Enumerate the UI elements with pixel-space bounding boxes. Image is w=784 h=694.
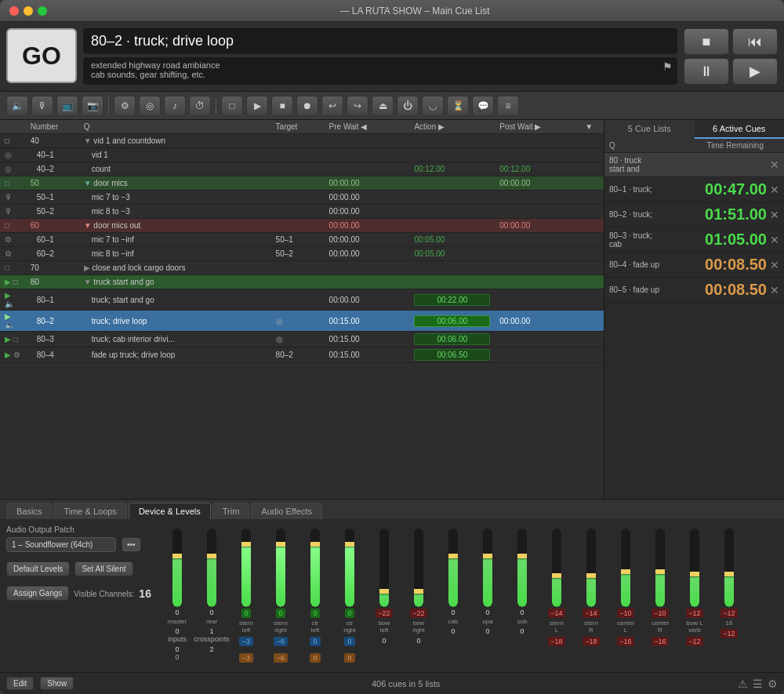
fader-fill xyxy=(621,572,630,607)
fader-track[interactable] xyxy=(310,529,320,607)
fader-label: centerL xyxy=(617,620,634,634)
table-row[interactable]: ▶ ⚙ 80–4 fade up truck; drive loop 80–2 … xyxy=(0,347,604,363)
tab-device-levels[interactable]: Device & Levels xyxy=(129,503,211,519)
fader-fill xyxy=(655,572,665,607)
toolbar-menu-btn[interactable]: ≡ xyxy=(497,96,519,116)
pause-button[interactable]: ⏸ xyxy=(684,58,729,85)
tab-basics[interactable]: Basics xyxy=(6,503,52,519)
fader-bow-right: −22 bowright 0 xyxy=(403,529,434,663)
active-cue-close-btn[interactable]: ✕ xyxy=(770,259,779,271)
active-cue-close-btn[interactable]: ✕ xyxy=(770,183,779,196)
table-row[interactable]: ▶ 🔈 80–2 truck; drive loop ◎ 00:15.00 00… xyxy=(0,311,604,332)
toolbar-play-btn[interactable]: ▶ xyxy=(246,96,268,116)
toolbar-rec-btn[interactable]: ⏺ xyxy=(296,96,318,116)
active-cue-time: 00:08.50 xyxy=(667,281,767,299)
table-row[interactable]: ▶ 🔈 80–1 truck; start and go 00:00.00 00… xyxy=(0,289,604,311)
active-cue-item: 80 · truckstart and ✕ xyxy=(604,153,784,177)
fader-track[interactable] xyxy=(379,529,389,607)
row-target: 50–2 xyxy=(271,247,325,261)
table-row[interactable]: ⚙ 60–1 mic 7 to −inf 50–1 00:00.00 00:05… xyxy=(0,233,604,247)
tab-trim[interactable]: Trim xyxy=(212,503,250,519)
fader-track[interactable] xyxy=(586,529,596,607)
fader-track[interactable] xyxy=(207,529,216,607)
show-button[interactable]: Show xyxy=(40,677,74,690)
fader-track[interactable] xyxy=(276,529,285,607)
row-action xyxy=(409,134,495,148)
toolbar-gear-btn[interactable]: ⚙ xyxy=(114,96,136,116)
fader-track[interactable] xyxy=(621,529,630,607)
table-row[interactable]: □ 60 ▼ door mics out 00:00.00 00:00.00 xyxy=(0,219,604,233)
edit-button[interactable]: Edit xyxy=(6,677,34,690)
default-levels-button[interactable]: Default Levels xyxy=(6,561,70,576)
tab-time-loops[interactable]: Time & Loops xyxy=(53,503,126,519)
set-all-silent-button[interactable]: Set All Silent xyxy=(74,561,132,576)
toolbar-camera-btn[interactable]: 📷 xyxy=(82,96,103,116)
fader-sub-value: 0 xyxy=(520,627,524,635)
fader-row2-value: 0 xyxy=(310,653,320,663)
close-button[interactable] xyxy=(9,6,19,16)
active-cue-close-btn[interactable]: ✕ xyxy=(770,284,779,296)
dots-button[interactable]: ••• xyxy=(122,538,140,551)
assign-gangs-button[interactable]: Assign Gangs xyxy=(6,586,69,601)
toolbar-speaker-btn[interactable]: 🔈 xyxy=(6,96,28,116)
fader-track[interactable] xyxy=(345,529,354,607)
row-target xyxy=(271,176,325,191)
table-row[interactable]: ⚙ 60–2 mic 8 to −inf 50–2 00:00.00 00:05… xyxy=(0,247,604,261)
toolbar-circle-btn[interactable]: ◎ xyxy=(139,96,161,116)
fader-track[interactable] xyxy=(414,529,423,607)
zoom-button[interactable] xyxy=(38,6,47,16)
stop-button[interactable]: ■ xyxy=(684,28,729,55)
audio-output-select[interactable]: 1 – Soundflower (64ch) xyxy=(6,537,116,552)
col-icon xyxy=(0,120,26,134)
toolbar-music-btn[interactable]: ♪ xyxy=(164,96,186,116)
table-row[interactable]: 🎙 50–1 mic 7 to −3 00:00.00 xyxy=(0,191,604,205)
skip-back-button[interactable]: ⏮ xyxy=(732,28,778,55)
row-extra xyxy=(580,347,604,363)
row-prewait: 00:00.00 xyxy=(325,247,410,261)
table-row[interactable]: □ 40 ▼ vid 1 and countdown xyxy=(0,134,604,148)
fader-track[interactable] xyxy=(724,529,734,607)
toolbar-end-btn[interactable]: ■ xyxy=(271,96,293,116)
fader-track[interactable] xyxy=(241,529,251,607)
toolbar-video-btn[interactable]: 📺 xyxy=(56,96,78,116)
cue-table-container[interactable]: Number Q Target Pre Wait ◀ Action ▶ Post… xyxy=(0,120,604,499)
fader-track[interactable] xyxy=(448,529,458,607)
table-row[interactable]: □ 70 ▶ close and lock cargo doors xyxy=(0,261,604,275)
fader-track[interactable] xyxy=(483,529,492,607)
toolbar-eject-btn[interactable]: ⏏ xyxy=(372,96,394,116)
table-row[interactable]: ▶ □ 80 ▼ truck start and go xyxy=(0,275,604,289)
tab-audio-effects[interactable]: Audio Effects xyxy=(251,503,322,519)
toolbar-mic-btn[interactable]: 🎙 xyxy=(31,96,53,116)
toolbar-stop-btn[interactable]: □ xyxy=(221,96,243,116)
row-q: mic 8 to −inf xyxy=(79,247,271,261)
table-row[interactable]: ▶ □ 80–3 truck; cab interior drivi... ◎ … xyxy=(0,332,604,347)
row-number: 60–2 xyxy=(26,247,79,261)
tab-active-cues[interactable]: 6 Active Cues xyxy=(695,120,785,139)
toolbar-power-btn[interactable]: ⏻ xyxy=(397,96,419,116)
fader-track[interactable] xyxy=(517,529,527,607)
fader-track[interactable] xyxy=(552,529,561,607)
fader-track[interactable] xyxy=(690,529,699,607)
status-text: 406 cues in 5 lists xyxy=(80,679,731,689)
toolbar-arc-btn[interactable]: ◡ xyxy=(422,96,444,116)
table-row[interactable]: ◎ 40–2 count 00:12.00 00:12.00 xyxy=(0,162,604,176)
toolbar-timer-btn[interactable]: ⏳ xyxy=(447,96,469,116)
row-icon: ▶ □ xyxy=(0,275,26,289)
toolbar-chat-btn[interactable]: 💬 xyxy=(472,96,494,116)
go-button[interactable]: GO xyxy=(6,28,77,83)
toolbar-undo-btn[interactable]: ↩ xyxy=(321,96,343,116)
toolbar-redo-btn[interactable]: ↪ xyxy=(347,96,368,116)
fader-fill xyxy=(552,576,561,607)
fader-track[interactable] xyxy=(655,529,665,607)
tab-cue-lists[interactable]: 5 Cue Lists xyxy=(604,120,695,139)
active-cue-close-btn[interactable]: ✕ xyxy=(770,209,779,221)
table-row[interactable]: 🎙 50–2 mic 8 to −3 00:00.00 xyxy=(0,205,604,219)
active-cue-close-btn[interactable]: ✕ xyxy=(770,158,779,171)
table-row[interactable]: □ 50 ▼ door mics 00:00.00 00:00.00 xyxy=(0,176,604,191)
toolbar-clock-btn[interactable]: ⏱ xyxy=(189,96,211,116)
fader-track[interactable] xyxy=(172,529,182,607)
active-cue-close-btn[interactable]: ✕ xyxy=(770,234,779,246)
table-row[interactable]: ◎ 40–1 vid 1 xyxy=(0,148,604,162)
minimize-button[interactable] xyxy=(24,6,33,16)
play-button[interactable]: ▶ xyxy=(732,58,778,85)
